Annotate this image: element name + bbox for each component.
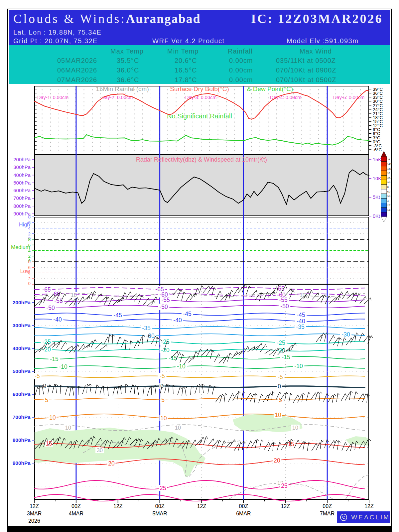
title-line: Clouds & Winds:Aurangabad IC: 12Z03MAR20…	[9, 10, 390, 28]
summary-cell: 36.6°C	[117, 76, 139, 84]
summary-col-header: Max Wind	[300, 48, 332, 55]
bottom-bar	[7, 526, 392, 532]
summary-cell: 035/11Kt at 0500Z	[276, 57, 336, 65]
page-title: Clouds & Winds:	[13, 12, 126, 26]
station-name: Aurangabad	[126, 12, 201, 26]
forecast-summary-table: Max TempMin TempRainfallMax Wind05MAR202…	[9, 45, 390, 84]
summary-col-header: Max Temp	[110, 48, 144, 55]
copyright-icon: C	[340, 514, 347, 521]
grid-line: Grid Pt : 20.07N, 75.32E WRF Ver 4.2 Pro…	[13, 37, 389, 45]
header: Clouds & Winds:Aurangabad IC: 12Z03MAR20…	[9, 10, 390, 45]
summary-cell: 05MAR2026	[57, 57, 97, 65]
summary-cell: 17.8°C	[175, 76, 197, 84]
grid-pt: Grid Pt : 20.07N, 75.32E	[13, 37, 98, 45]
summary-cell: 0.00cm	[229, 57, 253, 65]
lat-lon: Lat, Lon : 19.88N, 75.34E	[13, 29, 101, 36]
surface-panel	[34, 86, 369, 155]
summary-cell: 36.0°C	[117, 66, 139, 74]
summary-cell: 07MAR2026	[57, 76, 97, 84]
summary-cell: 0.00cm	[229, 66, 253, 74]
summary-cell: 20.6°C	[175, 57, 197, 65]
summary-col-header: Rainfall	[228, 48, 253, 55]
summary-cell: 16.5°C	[175, 66, 197, 74]
summary-col-header: Min Temp	[167, 48, 199, 55]
summary-cell: 0.00cm	[229, 76, 253, 84]
summary-cell: 35.5°C	[117, 57, 139, 65]
upper-air-panel	[34, 217, 369, 500]
summary-cell: 070/10Kt at 0500Z	[276, 76, 336, 84]
wrf-version: WRF Ver 4.2 Product	[152, 37, 224, 45]
radar-panel	[34, 155, 369, 216]
summary-cell: 070/10Kt at 0900Z	[276, 66, 336, 74]
weaclim-logo: C WEACLIM	[337, 511, 390, 523]
logo-text: WEACLIM	[351, 514, 390, 521]
init-condition: IC: 12Z03MAR2026	[251, 11, 383, 26]
model-elevation: Model Elv :591.093m	[287, 37, 358, 45]
summary-cell: 06MAR2026	[57, 66, 97, 74]
